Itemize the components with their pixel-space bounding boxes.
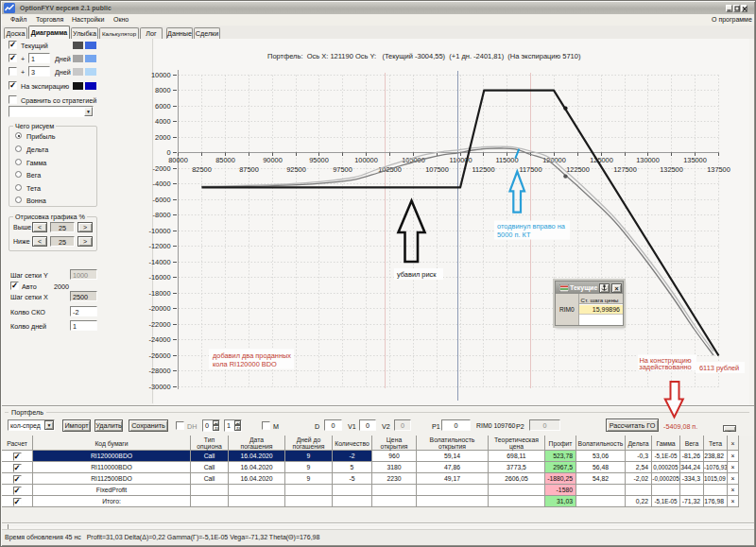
svg-text:-26000: -26000 [148,351,170,360]
svg-text:107500: 107500 [425,165,449,174]
svg-text:-22000: -22000 [148,320,170,329]
svg-text:-6000: -6000 [153,196,171,204]
svg-text:95000: 95000 [309,156,329,164]
svg-text:-20000: -20000 [148,304,170,313]
svg-text:92500: 92500 [286,165,306,174]
svg-text:97500: 97500 [333,165,352,174]
svg-text:87500: 87500 [239,165,259,174]
svg-text:-24000: -24000 [148,335,170,344]
svg-text:-12000: -12000 [148,242,170,250]
svg-text:132500: 132500 [660,165,683,174]
svg-text:130000: 130000 [636,156,660,164]
svg-text:127500: 127500 [613,165,637,174]
svg-text:кола RI120000 BDO: кола RI120000 BDO [213,360,277,368]
svg-text:112500: 112500 [472,165,494,174]
svg-text:задействованно: задействованно [639,363,691,371]
svg-text:-18000: -18000 [148,289,170,298]
svg-text:-30000: -30000 [148,383,170,391]
svg-text:6000: 6000 [155,102,170,111]
svg-text:117500: 117500 [519,165,541,174]
svg-text:-2000: -2000 [153,164,171,173]
svg-text:137500: 137500 [707,165,730,174]
svg-text:-28000: -28000 [148,367,170,375]
svg-text:-8000: -8000 [153,211,171,219]
svg-text:2000: 2000 [155,133,170,142]
svg-text:6113 рублей: 6113 рублей [699,364,739,372]
svg-text:4000: 4000 [155,117,170,126]
svg-text:122500: 122500 [566,165,590,174]
svg-text:-16000: -16000 [148,273,170,282]
svg-text:100000: 100000 [354,156,378,164]
svg-text:убавил риск: убавил риск [397,270,437,279]
svg-text:-14000: -14000 [148,258,170,266]
svg-text:85000: 85000 [215,156,235,164]
svg-text:125000: 125000 [590,156,613,164]
svg-text:80000: 80000 [168,156,188,164]
svg-text:добавил два проданных: добавил два проданных [213,351,291,360]
svg-text:-4000: -4000 [153,179,171,188]
svg-text:5000 п. КТ: 5000 п. КТ [497,231,531,239]
svg-text:82500: 82500 [192,165,212,174]
svg-text:135000: 135000 [683,156,707,164]
svg-text:8000: 8000 [155,86,170,94]
svg-text:90000: 90000 [263,156,283,164]
svg-text:-10000: -10000 [148,227,170,235]
svg-text:10000: 10000 [151,71,171,79]
